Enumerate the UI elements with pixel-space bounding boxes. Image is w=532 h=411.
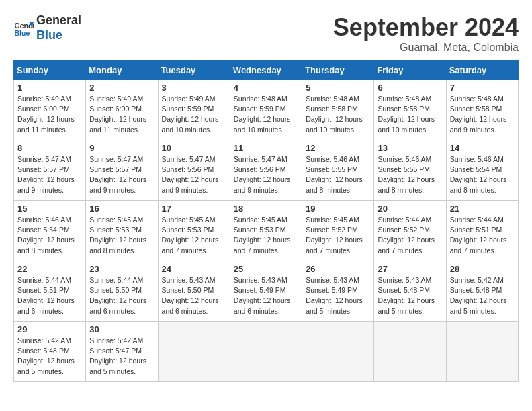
table-row — [374, 322, 446, 382]
table-row: 12Sunrise: 5:46 AM Sunset: 5:55 PM Dayli… — [302, 140, 374, 201]
logo-icon: General Blue — [13, 18, 34, 38]
table-row: 11Sunrise: 5:47 AM Sunset: 5:56 PM Dayli… — [230, 140, 302, 201]
table-row: 27Sunrise: 5:43 AM Sunset: 5:48 PM Dayli… — [374, 261, 446, 322]
table-row: 13Sunrise: 5:46 AM Sunset: 5:55 PM Dayli… — [374, 140, 446, 201]
table-row: 28Sunrise: 5:42 AM Sunset: 5:48 PM Dayli… — [446, 261, 518, 322]
calendar-week-4: 22Sunrise: 5:44 AM Sunset: 5:51 PM Dayli… — [14, 261, 519, 322]
col-header-tuesday: Tuesday — [158, 61, 230, 80]
table-row: 21Sunrise: 5:44 AM Sunset: 5:51 PM Dayli… — [446, 201, 518, 261]
col-header-sunday: Sunday — [14, 61, 86, 80]
calendar-table: SundayMondayTuesdayWednesdayThursdayFrid… — [13, 60, 519, 382]
calendar-header-row: SundayMondayTuesdayWednesdayThursdayFrid… — [14, 61, 519, 80]
table-row — [446, 322, 518, 382]
table-row: 23Sunrise: 5:44 AM Sunset: 5:50 PM Dayli… — [86, 261, 158, 322]
table-row: 6Sunrise: 5:48 AM Sunset: 5:58 PM Daylig… — [374, 80, 446, 140]
table-row: 2Sunrise: 5:49 AM Sunset: 6:00 PM Daylig… — [86, 80, 158, 140]
table-row: 9Sunrise: 5:47 AM Sunset: 5:57 PM Daylig… — [86, 140, 158, 201]
table-row — [302, 322, 374, 382]
month-title: September 2024 — [333, 13, 519, 42]
col-header-friday: Friday — [374, 61, 446, 80]
table-row: 29Sunrise: 5:42 AM Sunset: 5:48 PM Dayli… — [14, 322, 86, 382]
location-title: Guamal, Meta, Colombia — [333, 42, 519, 54]
table-row: 25Sunrise: 5:43 AM Sunset: 5:49 PM Dayli… — [230, 261, 302, 322]
logo: General Blue General Blue — [13, 13, 81, 42]
table-row: 1Sunrise: 5:49 AM Sunset: 6:00 PM Daylig… — [14, 80, 86, 140]
calendar-week-3: 15Sunrise: 5:46 AM Sunset: 5:54 PM Dayli… — [14, 201, 519, 261]
col-header-wednesday: Wednesday — [230, 61, 302, 80]
table-row: 22Sunrise: 5:44 AM Sunset: 5:51 PM Dayli… — [14, 261, 86, 322]
table-row: 26Sunrise: 5:43 AM Sunset: 5:49 PM Dayli… — [302, 261, 374, 322]
table-row: 8Sunrise: 5:47 AM Sunset: 5:57 PM Daylig… — [14, 140, 86, 201]
table-row: 30Sunrise: 5:42 AM Sunset: 5:47 PM Dayli… — [86, 322, 158, 382]
table-row: 24Sunrise: 5:43 AM Sunset: 5:50 PM Dayli… — [158, 261, 230, 322]
table-row: 14Sunrise: 5:46 AM Sunset: 5:54 PM Dayli… — [446, 140, 518, 201]
calendar-week-5: 29Sunrise: 5:42 AM Sunset: 5:48 PM Dayli… — [14, 322, 519, 382]
table-row — [230, 322, 302, 382]
table-row: 18Sunrise: 5:45 AM Sunset: 5:53 PM Dayli… — [230, 201, 302, 261]
table-row: 5Sunrise: 5:48 AM Sunset: 5:58 PM Daylig… — [302, 80, 374, 140]
table-row — [158, 322, 230, 382]
logo-line2: Blue — [36, 28, 81, 43]
logo-line1: General — [36, 13, 81, 28]
table-row: 10Sunrise: 5:47 AM Sunset: 5:56 PM Dayli… — [158, 140, 230, 201]
table-row: 15Sunrise: 5:46 AM Sunset: 5:54 PM Dayli… — [14, 201, 86, 261]
table-row: 4Sunrise: 5:48 AM Sunset: 5:59 PM Daylig… — [230, 80, 302, 140]
table-row: 3Sunrise: 5:49 AM Sunset: 5:59 PM Daylig… — [158, 80, 230, 140]
col-header-monday: Monday — [86, 61, 158, 80]
calendar-week-1: 1Sunrise: 5:49 AM Sunset: 6:00 PM Daylig… — [14, 80, 519, 140]
table-row: 7Sunrise: 5:48 AM Sunset: 5:58 PM Daylig… — [446, 80, 518, 140]
col-header-thursday: Thursday — [302, 61, 374, 80]
col-header-saturday: Saturday — [446, 61, 518, 80]
table-row: 17Sunrise: 5:45 AM Sunset: 5:53 PM Dayli… — [158, 201, 230, 261]
title-block: September 2024 Guamal, Meta, Colombia — [333, 13, 519, 54]
svg-text:Blue: Blue — [15, 28, 30, 36]
calendar-week-2: 8Sunrise: 5:47 AM Sunset: 5:57 PM Daylig… — [14, 140, 519, 201]
table-row: 19Sunrise: 5:45 AM Sunset: 5:52 PM Dayli… — [302, 201, 374, 261]
table-row: 16Sunrise: 5:45 AM Sunset: 5:53 PM Dayli… — [86, 201, 158, 261]
page-header: General Blue General Blue September 2024… — [13, 13, 519, 54]
table-row: 20Sunrise: 5:44 AM Sunset: 5:52 PM Dayli… — [374, 201, 446, 261]
